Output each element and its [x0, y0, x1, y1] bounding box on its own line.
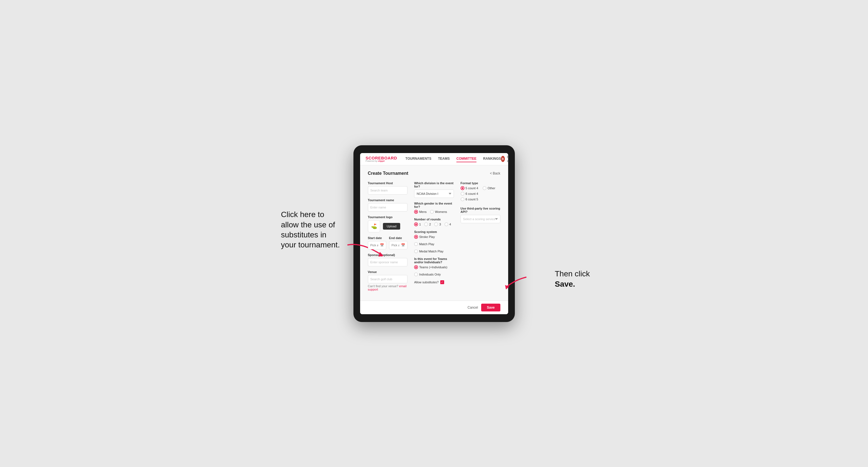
- rounds-4-label: 4: [450, 223, 451, 226]
- scoring-system-radio-group: Stroke Play Match Play Medal Match Play: [414, 235, 454, 253]
- rounds-1-label: 1: [419, 223, 421, 226]
- division-group: Which division is the event for? NCAA Di…: [414, 182, 454, 198]
- format-6count5[interactable]: 6 count 5: [461, 197, 478, 201]
- page-header: Create Tournament < Back: [368, 171, 500, 176]
- rounds-radio-group: 1 2 3: [414, 222, 454, 226]
- logo-placeholder-icon: ⛳: [368, 220, 380, 232]
- tournament-logo-group: Tournament logo ⛳ Upload: [368, 215, 408, 232]
- nav-right: B blair admin | Sign out: [501, 155, 508, 163]
- scoring-match[interactable]: Match Play: [414, 242, 434, 246]
- save-button[interactable]: Save: [481, 304, 500, 311]
- gender-mens-label: Mens: [419, 210, 427, 214]
- back-link[interactable]: < Back: [490, 172, 500, 175]
- gender-womens-radio[interactable]: [430, 210, 434, 214]
- rounds-label: Number of rounds: [414, 218, 454, 221]
- end-date-group: End date 📅: [389, 236, 407, 249]
- right-arrow-icon: [501, 274, 529, 291]
- gender-radio-group: Mens Womens: [414, 210, 454, 214]
- nav-tournaments[interactable]: TOURNAMENTS: [405, 156, 431, 162]
- rounds-2-label: 2: [429, 223, 431, 226]
- venue-group: Venue Can't find your venue? email suppo…: [368, 270, 408, 291]
- allow-substitutes-checkbox[interactable]: ✓: [440, 280, 444, 284]
- live-scoring-group: Use third-party live scoring API? Select…: [461, 207, 500, 223]
- calendar-icon: 📅: [380, 243, 384, 247]
- tournament-host-input[interactable]: [368, 186, 408, 194]
- tournament-name-input[interactable]: [368, 203, 408, 212]
- start-date-wrapper: 📅: [368, 241, 386, 249]
- tournament-host-group: Tournament Host: [368, 182, 408, 194]
- rounds-2[interactable]: 2: [424, 222, 431, 226]
- format-6count4-label: 6 count 4: [466, 192, 478, 195]
- tablet-frame: SCOREBOARD Powered by clippd TOURNAMENTS…: [353, 145, 515, 322]
- rounds-4[interactable]: 4: [444, 222, 451, 226]
- format-5count4-radio[interactable]: [461, 186, 464, 190]
- upload-button[interactable]: Upload: [383, 223, 400, 229]
- format-6count4-radio[interactable]: [461, 192, 464, 196]
- scoring-match-radio[interactable]: [414, 242, 418, 246]
- user-name: blair admin: [507, 155, 508, 163]
- form-grid: Tournament Host Tournament name Tourname…: [368, 182, 500, 295]
- gender-womens[interactable]: Womens: [430, 210, 447, 214]
- calendar-end-icon: 📅: [401, 243, 405, 247]
- gender-label: Which gender is the event for?: [414, 202, 454, 209]
- gender-mens[interactable]: Mens: [414, 210, 427, 214]
- format-other[interactable]: Other: [483, 186, 495, 190]
- page-content: Create Tournament < Back Tournament Host…: [360, 165, 508, 301]
- format-6count5-radio[interactable]: [461, 197, 464, 201]
- scoring-match-label: Match Play: [419, 242, 434, 246]
- format-type-group: Format type 5 count 4 Other: [461, 182, 500, 201]
- screen: SCOREBOARD Powered by clippd TOURNAMENTS…: [360, 153, 508, 314]
- rounds-1[interactable]: 1: [414, 222, 421, 226]
- format-type-radio-group-2: 6 count 4: [461, 192, 500, 196]
- rounds-4-radio[interactable]: [444, 222, 448, 226]
- tournament-name-label: Tournament name: [368, 198, 408, 202]
- nav-rankings[interactable]: RANKINGS: [483, 156, 501, 162]
- tournament-host-label: Tournament Host: [368, 182, 408, 185]
- rounds-3-radio[interactable]: [434, 222, 438, 226]
- nav-teams[interactable]: TEAMS: [438, 156, 450, 162]
- allow-substitutes-group[interactable]: Allow substitutes? ✓: [414, 280, 454, 284]
- rounds-3-label: 3: [439, 223, 441, 226]
- event-type-label: Is this event for Teams and/or Individua…: [414, 257, 454, 264]
- gender-mens-radio[interactable]: [414, 210, 418, 214]
- form-col-3: Format type 5 count 4 Other: [461, 182, 500, 295]
- division-label: Which division is the event for?: [414, 182, 454, 188]
- end-date-wrapper: 📅: [389, 241, 407, 249]
- format-type-radio-group-3: 6 count 5: [461, 197, 500, 201]
- event-type-individuals[interactable]: Individuals Only: [414, 273, 441, 276]
- event-type-group: Is this event for Teams and/or Individua…: [414, 257, 454, 276]
- logo-area: SCOREBOARD Powered by clippd: [366, 156, 397, 162]
- annotation-right: Then click Save.: [555, 269, 590, 289]
- nav-committee[interactable]: COMMITTEE: [456, 156, 476, 162]
- rounds-2-radio[interactable]: [424, 222, 428, 226]
- form-col-2: Which division is the event for? NCAA Di…: [414, 182, 454, 295]
- tournament-name-group: Tournament name: [368, 198, 408, 212]
- tournament-logo-label: Tournament logo: [368, 215, 408, 219]
- format-6count4[interactable]: 6 count 4: [461, 192, 478, 196]
- cancel-button[interactable]: Cancel: [468, 306, 478, 309]
- event-type-teams[interactable]: Teams (+Individuals): [414, 265, 447, 269]
- event-type-teams-radio[interactable]: [414, 265, 418, 269]
- division-select[interactable]: NCAA Division I: [414, 189, 454, 198]
- format-other-label: Other: [488, 186, 495, 190]
- event-type-individuals-radio[interactable]: [414, 273, 418, 276]
- format-5count4[interactable]: 5 count 4: [461, 186, 478, 190]
- venue-label: Venue: [368, 270, 408, 274]
- event-type-teams-label: Teams (+Individuals): [419, 266, 447, 269]
- event-type-individuals-label: Individuals Only: [419, 273, 441, 276]
- rounds-3[interactable]: 3: [434, 222, 441, 226]
- form-col-1: Tournament Host Tournament name Tourname…: [368, 182, 408, 295]
- scoring-stroke[interactable]: Stroke Play: [414, 235, 435, 239]
- rounds-1-radio[interactable]: [414, 222, 418, 226]
- scoring-medal-radio[interactable]: [414, 249, 418, 253]
- svg-marker-0: [378, 252, 383, 257]
- scoring-system-group: Scoring system Stroke Play Match Play: [414, 230, 454, 253]
- start-date-group: Start date 📅: [368, 236, 386, 249]
- format-type-radio-group: 5 count 4 Other: [461, 186, 500, 190]
- format-other-radio[interactable]: [483, 186, 487, 190]
- scoring-service-select[interactable]: Select a scoring service: [461, 215, 500, 223]
- scoring-stroke-radio[interactable]: [414, 235, 418, 239]
- scoring-medal[interactable]: Medal Match Play: [414, 249, 443, 253]
- venue-input[interactable]: [368, 275, 408, 283]
- nav-items: TOURNAMENTS TEAMS COMMITTEE RANKINGS: [405, 156, 501, 162]
